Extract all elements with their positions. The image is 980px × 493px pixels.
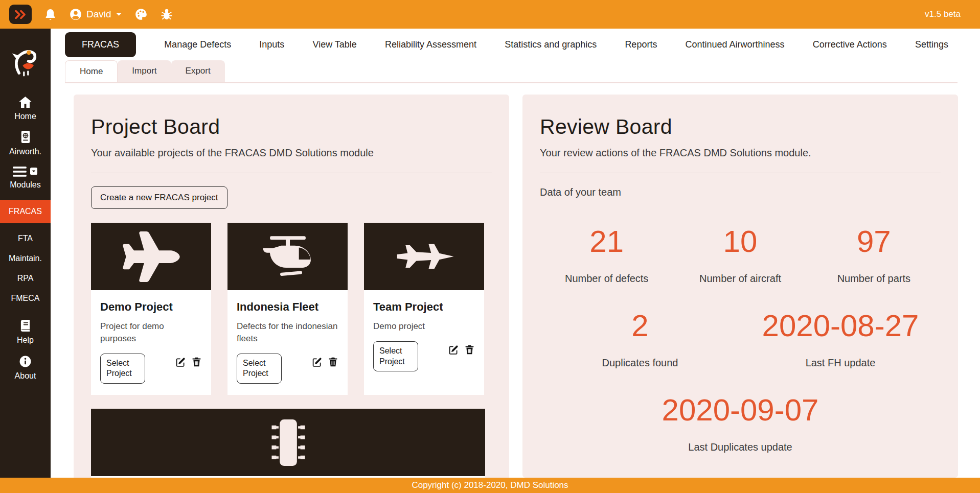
sidebar-toggle-button[interactable] bbox=[9, 5, 32, 24]
project-cards-row: Demo Project Project for demo purposes S… bbox=[91, 223, 492, 395]
home-icon bbox=[18, 96, 32, 108]
sidebar-item-modules[interactable]: Modules bbox=[10, 167, 40, 190]
subtabs-row: Home Import Export bbox=[65, 60, 958, 83]
team-data-label: Data of your team bbox=[540, 186, 941, 198]
nav-item-fracas[interactable]: FRACAS bbox=[65, 32, 136, 57]
sidebar-item-fmeca[interactable]: FMECA bbox=[11, 294, 40, 303]
divider bbox=[91, 173, 492, 173]
module-navbar: FRACAS Manage Defects Inputs View Table … bbox=[51, 29, 980, 58]
select-project-button[interactable]: Select Project bbox=[237, 354, 282, 384]
nav-item-statistics-and-graphics[interactable]: Statistics and graphics bbox=[505, 39, 597, 50]
stat-number-of-defects: 21 Number of defects bbox=[540, 224, 673, 285]
stat-value: 21 bbox=[540, 224, 673, 259]
nav-item-reports[interactable]: Reports bbox=[625, 39, 657, 50]
dmd-bird-logo bbox=[9, 44, 42, 78]
divider bbox=[540, 173, 941, 173]
project-name: Indonesia Fleet bbox=[237, 300, 338, 314]
sidebar-item-fta[interactable]: FTA bbox=[18, 234, 33, 243]
sidebar-item-label: About bbox=[15, 371, 36, 381]
project-description: Defects for the indonesian fleets bbox=[237, 320, 338, 345]
nav-item-inputs[interactable]: Inputs bbox=[259, 39, 284, 50]
copyright-text: Copyright (c) 2018-2020, DMD Solutions bbox=[412, 480, 568, 490]
tab-home[interactable]: Home bbox=[65, 60, 118, 82]
stat-value: 10 bbox=[673, 224, 807, 259]
dropdown-box-icon bbox=[30, 168, 37, 175]
nav-item-reliability-assessment[interactable]: Reliability Assessment bbox=[385, 39, 476, 50]
stat-duplicates-found: 2 Duplicates found bbox=[540, 308, 740, 369]
stat-value: 2020-08-27 bbox=[740, 308, 941, 343]
delete-project-icon[interactable] bbox=[464, 344, 475, 355]
project-board-subtitle: Your available projects of the FRACAS DM… bbox=[91, 147, 492, 159]
sidebar-item-fracas[interactable]: FRACAS bbox=[0, 200, 51, 223]
sidebar-item-label: Airworth. bbox=[9, 147, 41, 156]
project-description: Demo project bbox=[373, 320, 475, 333]
tab-import[interactable]: Import bbox=[118, 60, 171, 82]
microchip-icon bbox=[91, 409, 485, 476]
sidebar-item-rpa[interactable]: RPA bbox=[17, 274, 34, 283]
sidebar-item-label: Modules bbox=[10, 180, 40, 190]
edit-project-icon[interactable] bbox=[448, 344, 459, 355]
user-name: David bbox=[86, 9, 111, 20]
notifications-bell-icon[interactable] bbox=[44, 8, 57, 21]
plane-icon bbox=[91, 223, 211, 290]
delete-project-icon[interactable] bbox=[191, 357, 202, 367]
helicopter-icon bbox=[227, 223, 348, 290]
edit-project-icon[interactable] bbox=[175, 357, 186, 367]
sidebar-item-maintain[interactable]: Maintain. bbox=[9, 254, 42, 263]
stat-value: 97 bbox=[807, 224, 941, 259]
user-circle-icon bbox=[69, 8, 82, 21]
user-menu[interactable]: David bbox=[69, 8, 122, 21]
stat-label: Last Duplicates update bbox=[540, 441, 941, 453]
stats-row: 2020-09-07 Last Duplicates update bbox=[540, 392, 941, 453]
review-board-panel: Review Board Your review actions of the … bbox=[522, 95, 958, 478]
nav-item-settings[interactable]: Settings bbox=[915, 39, 948, 50]
sidebar-item-label: Home bbox=[14, 112, 36, 121]
stat-last-duplicates-update: 2020-09-07 Last Duplicates update bbox=[540, 392, 941, 453]
stat-label: Last FH update bbox=[740, 357, 941, 369]
nav-item-view-table[interactable]: View Table bbox=[312, 39, 356, 50]
footer: Copyright (c) 2018-2020, DMD Solutions bbox=[0, 478, 980, 493]
sidebar-item-home[interactable]: Home bbox=[14, 96, 36, 121]
stat-number-of-aircraft: 10 Number of aircraft bbox=[673, 224, 807, 285]
project-name: Demo Project bbox=[100, 300, 202, 314]
theme-palette-icon[interactable] bbox=[134, 8, 148, 21]
tab-export[interactable]: Export bbox=[171, 60, 225, 82]
stat-value: 2020-09-07 bbox=[540, 392, 941, 428]
bug-report-icon[interactable] bbox=[160, 8, 173, 21]
project-card-demo-project: Demo Project Project for demo purposes S… bbox=[91, 223, 211, 395]
stat-label: Number of defects bbox=[540, 273, 673, 285]
info-circle-icon bbox=[19, 355, 32, 368]
create-project-button[interactable]: Create a new FRACAS project bbox=[91, 186, 227, 209]
stats-row: 21 Number of defects 10 Number of aircra… bbox=[540, 224, 941, 285]
stat-last-fh-update: 2020-08-27 Last FH update bbox=[740, 308, 941, 369]
passport-globe-icon bbox=[20, 130, 31, 144]
stat-label: Duplicates found bbox=[540, 357, 740, 369]
edit-project-icon[interactable] bbox=[312, 357, 323, 367]
project-board-title: Project Board bbox=[91, 115, 492, 139]
select-project-button[interactable]: Select Project bbox=[373, 341, 418, 372]
project-name: Team Project bbox=[373, 300, 475, 314]
stats-row: 2 Duplicates found 2020-08-27 Last FH up… bbox=[540, 308, 941, 369]
hamburger-menu-icon bbox=[13, 167, 27, 177]
sidebar-item-about[interactable]: About bbox=[15, 355, 36, 381]
topbar: David v1.5 beta bbox=[0, 0, 980, 29]
caret-down-icon bbox=[116, 12, 122, 17]
main-content: FRACAS Manage Defects Inputs View Table … bbox=[51, 29, 980, 493]
project-card-indonesia-fleet: Indonesia Fleet Defects for the indonesi… bbox=[227, 223, 348, 395]
stat-label: Number of parts bbox=[807, 273, 941, 285]
project-description: Project for demo purposes bbox=[100, 320, 202, 345]
nav-item-continued-airworthiness[interactable]: Continued Airworthiness bbox=[686, 39, 785, 50]
sidebar-item-help[interactable]: Help bbox=[17, 319, 34, 345]
nav-item-manage-defects[interactable]: Manage Defects bbox=[164, 39, 231, 50]
sidebar-item-label: Help bbox=[17, 336, 34, 345]
select-project-button[interactable]: Select Project bbox=[100, 354, 145, 384]
sidebar-item-airworthiness[interactable]: Airworth. bbox=[9, 130, 41, 156]
review-board-title: Review Board bbox=[540, 115, 941, 139]
project-card-team-project: Team Project Demo project Select Project bbox=[364, 223, 484, 395]
project-board-panel: Project Board Your available projects of… bbox=[74, 95, 509, 493]
book-icon bbox=[19, 319, 31, 332]
double-chevron-right-icon bbox=[14, 10, 27, 19]
stat-label: Number of aircraft bbox=[673, 273, 807, 285]
nav-item-corrective-actions[interactable]: Corrective Actions bbox=[813, 39, 887, 50]
delete-project-icon[interactable] bbox=[328, 357, 338, 367]
